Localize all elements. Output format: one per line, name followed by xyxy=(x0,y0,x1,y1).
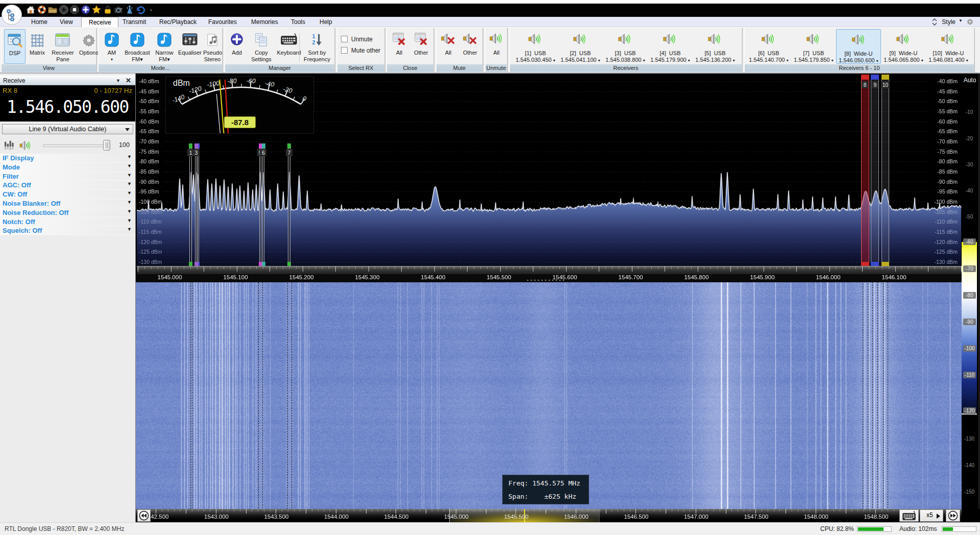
stop-icon[interactable] xyxy=(70,5,79,14)
style-dropdown-icon[interactable]: ▼ xyxy=(959,18,963,23)
options-button[interactable]: Options xyxy=(78,29,100,64)
spectrum-display[interactable]: -40 dBm-40 dBm-45 dBm-45 dBm-50 dBm-50 d… xyxy=(136,74,962,282)
dsp-button[interactable]: DSP xyxy=(4,29,26,64)
star-icon[interactable] xyxy=(92,5,101,14)
lifering-icon[interactable] xyxy=(37,5,46,14)
marker-label-10[interactable]: 10 xyxy=(881,81,890,88)
option-noise-reduction-off[interactable]: Noise Reduction: Off▼ xyxy=(0,208,135,217)
band-navigator[interactable]: 1542.5001543.0001543.5001544.0001544.500… xyxy=(136,509,980,522)
tab-receive[interactable]: Receive xyxy=(81,17,118,27)
marker-band-3[interactable] xyxy=(195,143,198,266)
marker-band-1[interactable] xyxy=(189,143,192,266)
close-all-button[interactable]: All xyxy=(389,29,409,64)
option-filter[interactable]: Filter▼ xyxy=(0,172,135,181)
marker-band-5[interactable] xyxy=(259,143,262,266)
copy-settings-button[interactable]: CopySettings xyxy=(248,29,275,64)
nav-keyboard-button[interactable] xyxy=(899,509,919,522)
marker-band-9[interactable] xyxy=(871,75,879,266)
receiver-8-button[interactable]: [8] Wide-U1.546.050.600 ▾ xyxy=(836,29,881,64)
marker-label-6[interactable]: 6 xyxy=(260,149,266,156)
audio-levels-icon[interactable] xyxy=(4,140,16,151)
mute-other-checkbox[interactable] xyxy=(341,47,348,54)
folder-icon[interactable] xyxy=(48,5,57,14)
marker-band-10[interactable] xyxy=(881,75,890,266)
tab-tools[interactable]: Tools xyxy=(284,17,312,27)
receiver-2-button[interactable]: [2] USB1.545.041.100 ▾ xyxy=(558,29,602,64)
sort-by-frequency-button[interactable]: Sort byFrequency xyxy=(301,29,333,64)
option-expand-icon[interactable]: ▼ xyxy=(127,209,132,214)
palette-auto-button[interactable]: Auto xyxy=(962,77,978,84)
receiver-frequency[interactable]: 1.545.038.800 ▾ xyxy=(603,57,647,64)
style-menu[interactable]: Style xyxy=(942,18,955,26)
unmute-all-button[interactable]: All xyxy=(486,29,506,64)
option-expand-icon[interactable]: ▼ xyxy=(127,154,132,159)
receiver-7-button[interactable]: [7] USB1.545.179.850 ▾ xyxy=(791,29,836,64)
app-menu-button[interactable] xyxy=(2,5,22,25)
nav-scroll-right-button[interactable] xyxy=(946,509,960,522)
option-expand-icon[interactable]: ▼ xyxy=(127,200,132,205)
option-mode[interactable]: Mode▼ xyxy=(0,163,135,172)
option-noise-blanker-off[interactable]: Noise Blanker: Off▼ xyxy=(0,199,135,208)
tab-home[interactable]: Home xyxy=(24,17,55,27)
receiver-3-button[interactable]: [3] USB1.545.038.800 ▾ xyxy=(603,29,647,64)
pseudo-stereo-button[interactable]: PseudoStereo xyxy=(203,29,222,64)
receiver-pane-button[interactable]: ReceiverPane xyxy=(48,29,77,64)
panel-menu-icon[interactable]: ▼ xyxy=(116,78,120,83)
qat-overflow-icon[interactable]: ⌄ xyxy=(149,7,153,12)
receiver-6-button[interactable]: [6] USB1.545.140.700 ▾ xyxy=(746,29,791,64)
receiver-frequency[interactable]: 1.545.136.200 ▾ xyxy=(693,57,737,64)
splitter-handle[interactable] xyxy=(526,279,567,281)
settings-gear-icon[interactable] xyxy=(966,18,974,26)
marker-label-3[interactable]: 3 xyxy=(193,149,200,156)
narrow-fm-button[interactable]: NarrowFM▾ xyxy=(152,29,177,64)
volume-slider-thumb[interactable] xyxy=(103,140,110,151)
option-expand-icon[interactable]: ▼ xyxy=(127,163,132,168)
option-expand-icon[interactable]: ▼ xyxy=(127,190,132,196)
option-expand-icon[interactable]: ▼ xyxy=(127,181,132,186)
marker-label-8[interactable]: 8 xyxy=(862,81,868,88)
broadcast-fm-button[interactable]: BroadcastFM▾ xyxy=(122,29,152,64)
tab-favourites[interactable]: Favourites xyxy=(201,17,244,27)
option-expand-icon[interactable]: ▼ xyxy=(127,227,132,232)
receiver-frequency[interactable]: 1.545.041.100 ▾ xyxy=(558,57,602,64)
option-notch-off[interactable]: Notch: Off▼ xyxy=(0,217,135,227)
marker-band-6[interactable] xyxy=(262,143,265,266)
mute-other-button[interactable]: Other xyxy=(459,29,481,64)
tab-help[interactable]: Help xyxy=(312,17,339,27)
matrix-button[interactable]: Matrix xyxy=(27,29,48,64)
speaker-icon[interactable] xyxy=(19,140,32,151)
receiver-1-button[interactable]: [1] USB1.545.030.450 ▾ xyxy=(513,29,557,64)
add-receiver-button[interactable]: Add xyxy=(228,29,246,64)
antenna-icon[interactable] xyxy=(125,5,134,14)
option-agc-off[interactable]: AGC: Off▼ xyxy=(0,181,135,190)
ribbon-collapse-icon[interactable] xyxy=(931,18,938,26)
receiver-frequency[interactable]: 1.545.179.900 ▾ xyxy=(648,57,692,64)
tuned-frequency[interactable]: 1.546.050.600 xyxy=(0,97,135,117)
receiver-frequency[interactable]: 1.545.179.850 ▾ xyxy=(791,57,836,64)
volume-slider-track[interactable] xyxy=(43,144,110,147)
play-icon[interactable] xyxy=(59,5,68,14)
receiver-4-button[interactable]: [4] USB1.545.179.900 ▾ xyxy=(648,29,692,64)
receiver-9-button[interactable]: [9] Wide-U1.546.065.800 ▾ xyxy=(881,29,926,64)
tab-memories[interactable]: Memories xyxy=(244,17,285,27)
receiver-10-button[interactable]: [10] Wide-U1.546.081.400 ▾ xyxy=(926,29,971,64)
option-squelch-off[interactable]: Squelch: Off▼ xyxy=(0,226,135,235)
receiver-frequency[interactable]: 1.546.065.800 ▾ xyxy=(881,57,926,64)
option-expand-icon[interactable]: ▼ xyxy=(127,173,132,178)
undo-icon[interactable] xyxy=(136,5,145,14)
option-cw-off[interactable]: CW: Off▼ xyxy=(0,190,135,199)
panel-close-icon[interactable]: ✕ xyxy=(126,77,131,84)
lock-icon[interactable] xyxy=(103,5,112,14)
am-mode-button[interactable]: AM▾ xyxy=(102,29,121,64)
frequency-display[interactable]: RX 8 0 - 10727 Hz 1.546.050.600 xyxy=(0,85,135,121)
audio-device-select[interactable]: Line 9 (Virtual Audio Cable) xyxy=(2,124,133,134)
tab-transmit[interactable]: Transmit xyxy=(115,17,153,27)
mute-all-button[interactable]: All xyxy=(438,29,458,64)
receiver-frequency[interactable]: 1.546.050.600 ▾ xyxy=(837,57,880,64)
unmute-checkbox[interactable] xyxy=(341,36,348,42)
option-expand-icon[interactable]: ▼ xyxy=(127,218,132,223)
tab-view[interactable]: View xyxy=(53,17,80,27)
receiver-frequency[interactable]: 1.545.140.700 ▾ xyxy=(746,57,791,64)
option-if-display[interactable]: IF Display▼ xyxy=(0,154,135,163)
equaliser-button[interactable]: Equaliser xyxy=(177,29,203,64)
